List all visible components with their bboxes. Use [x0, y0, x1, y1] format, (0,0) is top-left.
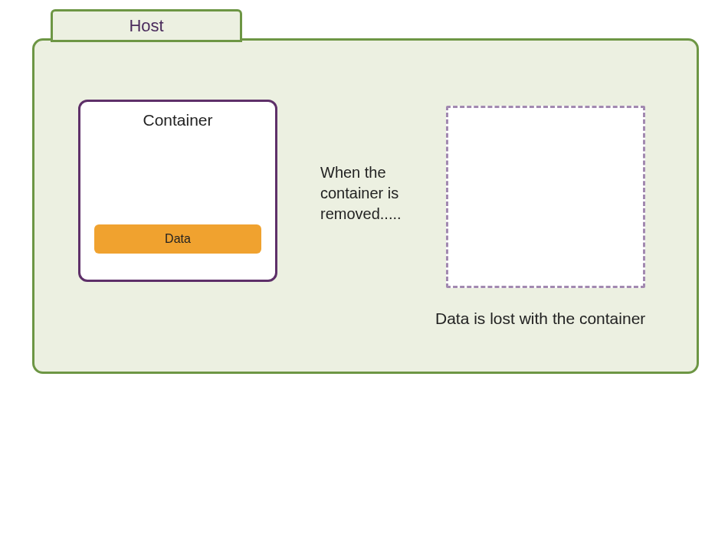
data-lost-message: Data is lost with the container [435, 309, 645, 328]
container-box: Container Data [78, 100, 277, 282]
host-tab-label: Host [129, 16, 163, 36]
data-box: Data [94, 224, 261, 254]
container-title: Container [80, 111, 275, 129]
removal-message: When the container is removed..... [320, 162, 428, 224]
host-tab: Host [51, 9, 242, 42]
data-label: Data [165, 232, 191, 246]
removed-container-placeholder [446, 106, 645, 288]
